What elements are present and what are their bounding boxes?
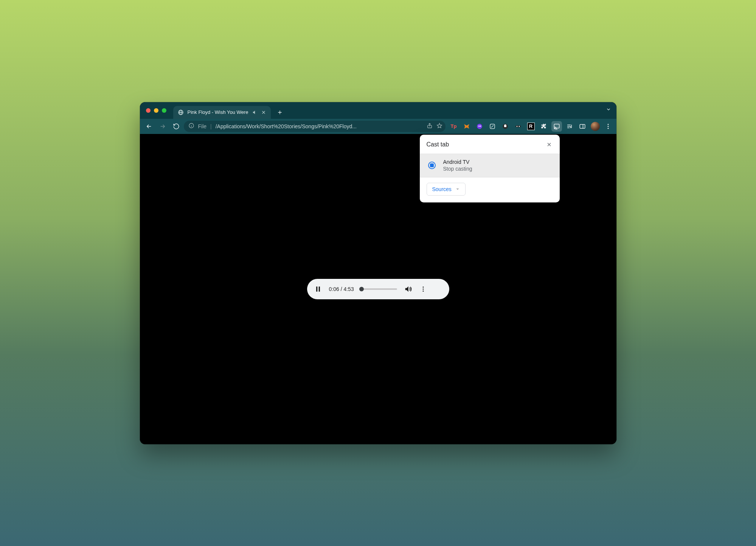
svg-point-13 (554, 128, 555, 129)
maximize-window-button[interactable] (162, 108, 166, 113)
cast-device-action: Stop casting (443, 165, 472, 173)
svg-point-21 (422, 288, 424, 289)
extension-ghost[interactable] (500, 121, 511, 132)
extension-row: Tp R (447, 121, 613, 132)
svg-rect-19 (318, 286, 320, 291)
site-info-icon[interactable] (188, 123, 194, 130)
avatar-icon (591, 122, 600, 131)
back-button[interactable] (143, 120, 155, 132)
tab-title: Pink Floyd - Wish You Were (188, 109, 248, 115)
extension-r[interactable]: R (526, 121, 536, 132)
svg-point-15 (607, 124, 609, 125)
cast-icon[interactable] (551, 121, 562, 132)
casting-active-icon (428, 162, 436, 169)
svg-point-11 (518, 126, 520, 127)
svg-point-5 (478, 125, 480, 126)
extension-metamask[interactable] (461, 121, 472, 132)
cast-popup: Cast tab Android TV Stop casting Sources (420, 135, 560, 203)
svg-rect-18 (316, 286, 317, 291)
extensions-menu-icon[interactable] (539, 121, 549, 132)
pause-button[interactable] (314, 285, 322, 293)
extension-square[interactable] (487, 121, 498, 132)
media-controls-icon[interactable] (564, 121, 575, 132)
svg-rect-14 (580, 124, 585, 128)
cast-sources-button[interactable]: Sources (427, 183, 466, 196)
volume-icon[interactable] (404, 285, 412, 293)
tab-search-button[interactable] (606, 107, 611, 114)
cast-close-button[interactable] (545, 140, 554, 149)
side-panel-icon[interactable] (577, 121, 588, 132)
forward-button[interactable] (157, 120, 169, 132)
kebab-menu-icon[interactable] (603, 121, 613, 132)
new-tab-button[interactable] (275, 107, 285, 118)
minimize-window-button[interactable] (154, 108, 158, 113)
seek-slider[interactable] (361, 288, 397, 290)
url-path: /Applications/Work/Short%20Stories/Songs… (216, 123, 423, 129)
audio-player: 0:06 / 4:53 (307, 279, 449, 299)
chrome-window: Pink Floyd - Wish You Were (140, 102, 616, 444)
share-icon[interactable] (427, 123, 433, 130)
speaker-icon[interactable] (252, 110, 257, 115)
svg-point-4 (477, 124, 482, 129)
bookmark-icon[interactable] (436, 123, 442, 130)
globe-icon (178, 109, 184, 115)
browser-tab[interactable]: Pink Floyd - Wish You Were (173, 106, 271, 119)
reload-button[interactable] (170, 120, 182, 132)
svg-point-16 (607, 126, 609, 127)
svg-point-17 (607, 128, 609, 129)
extension-purple[interactable] (474, 121, 485, 132)
toolbar: File | /Applications/Work/Short%20Storie… (140, 119, 616, 134)
profile-avatar[interactable] (590, 121, 601, 132)
svg-rect-9 (515, 125, 521, 127)
url-scheme: File (198, 123, 207, 129)
tab-strip: Pink Floyd - Wish You Were (140, 102, 616, 119)
svg-point-6 (480, 125, 481, 126)
svg-point-22 (422, 290, 424, 291)
cast-device-row[interactable]: Android TV Stop casting (420, 154, 560, 178)
window-controls (144, 102, 170, 119)
playback-time: 0:06 / 4:53 (329, 286, 354, 292)
svg-point-20 (422, 286, 424, 288)
svg-point-10 (516, 126, 517, 127)
svg-rect-12 (554, 124, 559, 128)
cast-device-name: Android TV (443, 159, 472, 166)
extension-tp[interactable]: Tp (449, 121, 459, 132)
close-window-button[interactable] (146, 108, 151, 113)
extension-mask[interactable] (513, 121, 523, 132)
player-menu-icon[interactable] (419, 285, 427, 293)
chevron-down-icon (455, 187, 460, 191)
address-bar[interactable]: File | /Applications/Work/Short%20Storie… (184, 121, 446, 132)
close-tab-icon[interactable] (261, 110, 266, 115)
cast-title: Cast tab (427, 141, 449, 148)
